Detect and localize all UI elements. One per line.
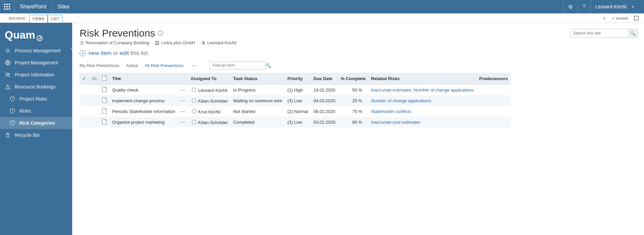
more-views-button[interactable]: ···	[190, 63, 199, 68]
col-due[interactable]: Due Date	[311, 73, 338, 84]
col-assigned[interactable]: Assigned To	[188, 73, 231, 84]
globe-icon	[5, 60, 11, 66]
col-complete[interactable]: % Complete	[338, 73, 368, 84]
suite-sharepoint-link[interactable]: SharePoint	[14, 0, 52, 13]
info-icon[interactable]	[158, 31, 163, 36]
paperclip-icon: 📎	[90, 75, 98, 82]
row-selector[interactable]	[80, 95, 89, 106]
assigned-checkbox[interactable]	[192, 99, 196, 103]
cell-predecessors	[476, 95, 510, 106]
view-all-risk-preventions[interactable]: All Risk Preventions	[145, 63, 184, 68]
table-row[interactable]: Periodic Stakeholder information··· Knut…	[80, 106, 511, 117]
cell-predecessors	[476, 84, 510, 96]
fullscreen-button[interactable]	[634, 16, 639, 21]
col-select-all[interactable]: ✓	[80, 73, 89, 84]
sidebar-item-resource-bookings[interactable]: Resource Bookings	[0, 81, 72, 93]
sidebar-item-project-management[interactable]: Project Management	[0, 57, 72, 69]
brand-logo-text: Quam	[5, 29, 35, 41]
find-item-input[interactable]	[210, 62, 266, 68]
col-attachment[interactable]: 📎	[89, 73, 99, 84]
row-menu-button[interactable]: ···	[178, 117, 188, 127]
cell-status: Completed	[231, 117, 285, 127]
sync-icon[interactable]: ↻	[603, 16, 606, 21]
ellipsis-icon: ···	[181, 109, 185, 114]
ribbon-tab-items[interactable]: ITEMS	[29, 15, 48, 23]
col-title[interactable]: Title	[109, 73, 178, 84]
cell-title[interactable]: Quality check	[109, 84, 178, 96]
cell-title[interactable]: Organize project marketing	[109, 117, 178, 127]
row-selector[interactable]	[80, 117, 89, 127]
document-icon	[102, 97, 107, 103]
col-priority[interactable]: Priority	[285, 73, 311, 84]
user-name-label: Leonard Köchli	[595, 4, 627, 9]
breadcrumb-org[interactable]: Lintra plus GmbH	[155, 40, 195, 45]
sidebar-item-process-management[interactable]: Process Management	[0, 45, 72, 57]
search-icon[interactable]: 🔍	[628, 29, 637, 37]
sidebar-item-risks[interactable]: Risks	[0, 105, 72, 117]
sidebar-item-recycle-bin[interactable]: Recycle Bin	[0, 129, 72, 141]
row-selector[interactable]	[80, 106, 89, 117]
row-menu-button[interactable]: ···	[178, 95, 188, 106]
svg-rect-0	[634, 16, 638, 20]
document-icon	[102, 86, 107, 92]
cell-risks[interactable]: Inaccurate estimates: Number of change a…	[368, 84, 476, 96]
risk-preventions-table: ✓ 📎 Title Assigned To Task Status Priori…	[80, 73, 511, 127]
suite-sites-link[interactable]: Sites	[52, 0, 75, 13]
edit-list-link[interactable]: edit	[120, 50, 129, 56]
cell-status: Not Started	[231, 106, 285, 117]
new-item-link[interactable]: new item	[89, 50, 111, 56]
ellipsis-icon: ···	[181, 98, 185, 103]
row-type	[99, 84, 109, 96]
table-row[interactable]: Organize project marketing··· Kilian Sch…	[80, 117, 511, 127]
cell-title[interactable]: Implement change process	[109, 95, 178, 106]
settings-button[interactable]: ⚙	[563, 0, 578, 13]
cell-risks[interactable]: Number of change applications	[368, 95, 476, 106]
user-menu[interactable]: Leonard Köchli ▼	[590, 0, 644, 13]
cell-risks[interactable]: Stakeholder conflicts	[368, 106, 476, 117]
document-icon	[102, 108, 107, 114]
col-status[interactable]: Task Status	[231, 73, 285, 84]
help-button[interactable]: ?	[578, 0, 590, 13]
sidebar-item-risk-categories[interactable]: Risk Categories	[0, 117, 72, 129]
assigned-checkbox[interactable]	[192, 109, 196, 113]
table-row[interactable]: Implement change process··· Kilian Schrö…	[80, 95, 511, 106]
trash-icon	[5, 132, 11, 138]
find-item-box[interactable]: 🔍	[210, 61, 266, 69]
search-site-box[interactable]: 🔍	[570, 29, 637, 38]
breadcrumb-project[interactable]: Renovation of Company Building	[80, 40, 149, 45]
shield-icon	[9, 108, 15, 114]
sidebar-item-label: Resource Bookings	[15, 84, 55, 90]
table-row[interactable]: Quality check··· Leonard KöchliIn Progre…	[80, 84, 511, 96]
check-icon: ✓	[82, 76, 86, 81]
cell-title[interactable]: Periodic Stakeholder information	[109, 106, 178, 117]
view-active[interactable]: Active	[126, 63, 138, 68]
col-predecessors[interactable]: Predecessors	[476, 73, 510, 84]
row-menu-button[interactable]: ···	[178, 106, 188, 117]
cell-assigned: Knut Köchli	[188, 106, 231, 117]
brand-logo[interactable]: Quam	[0, 23, 72, 45]
assigned-checkbox[interactable]	[192, 120, 196, 124]
cell-priority: (3) Low	[285, 117, 311, 127]
sidebar-item-label: Process Management	[15, 48, 60, 53]
view-my-risk-preventions[interactable]: My Risk Preventions	[80, 63, 119, 68]
breadcrumb-user[interactable]: Leonard Köchli	[201, 40, 237, 45]
col-risks[interactable]: Related Risks	[368, 73, 476, 84]
share-button[interactable]: ↗ SHARE	[611, 16, 629, 21]
ellipsis-icon: ···	[181, 87, 185, 93]
sidebar-item-project-information[interactable]: Project Information	[0, 69, 72, 81]
search-icon[interactable]: 🔍	[266, 62, 271, 69]
row-type	[99, 117, 109, 127]
assigned-checkbox[interactable]	[192, 88, 196, 92]
cell-predecessors	[476, 106, 510, 117]
col-type[interactable]	[99, 73, 109, 84]
row-selector[interactable]	[80, 84, 89, 96]
plus-icon[interactable]: +	[80, 50, 86, 56]
app-launcher-button[interactable]	[0, 0, 14, 13]
table-header-row: ✓ 📎 Title Assigned To Task Status Priori…	[80, 73, 511, 84]
cell-risks[interactable]: Inaccurate cost estimates	[368, 117, 476, 127]
search-site-input[interactable]	[570, 30, 628, 37]
ribbon-tab-browse[interactable]: BROWSE	[5, 14, 29, 22]
sidebar-item-project-risks[interactable]: Project Risks	[0, 93, 72, 105]
ribbon-tab-list[interactable]: LIST	[48, 15, 62, 23]
row-menu-button[interactable]: ···	[178, 84, 188, 96]
